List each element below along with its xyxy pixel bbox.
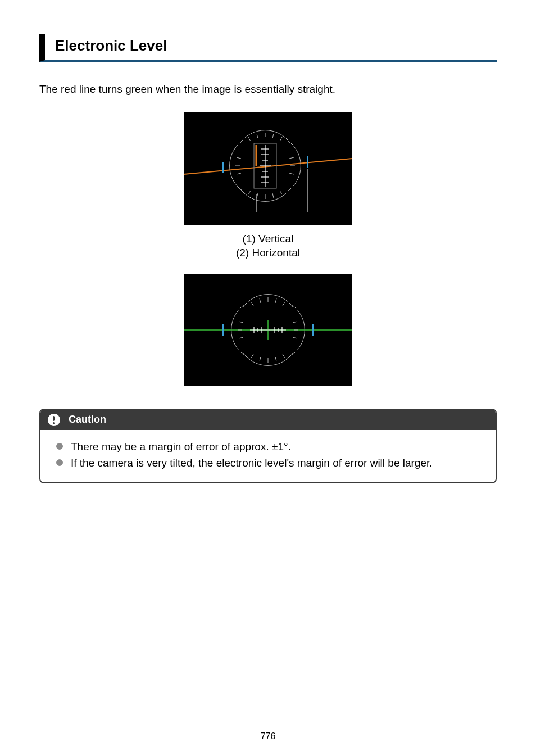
level-gauge-level-svg [184, 274, 352, 386]
svg-line-10 [248, 191, 251, 194]
caution-box: Caution There may be a margin of error o… [39, 409, 497, 483]
svg-line-15 [237, 173, 241, 174]
caution-body: There may be a margin of error of approx… [40, 430, 496, 482]
figure-level [39, 274, 497, 386]
svg-line-7 [280, 137, 282, 141]
svg-line-42 [275, 357, 276, 361]
caution-header: Caution [40, 410, 496, 430]
caution-title: Caution [69, 414, 106, 425]
svg-line-17 [289, 157, 294, 159]
svg-line-6 [272, 134, 274, 138]
figure-tilted: (1) (2) [39, 112, 497, 225]
svg-line-48 [293, 322, 297, 323]
svg-line-18 [289, 173, 294, 174]
page-number: 776 [0, 731, 536, 741]
svg-line-5 [248, 137, 251, 141]
svg-line-0 [184, 159, 352, 174]
caution-item: If the camera is very tilted, the electr… [54, 455, 482, 471]
svg-line-40 [260, 357, 261, 361]
svg-line-14 [237, 157, 241, 159]
intro-text: The red line turns green when the image … [39, 82, 497, 97]
screen-level [184, 274, 352, 386]
svg-line-36 [251, 302, 253, 306]
legend-line-1: (1) Vertical [39, 232, 497, 246]
svg-line-4 [257, 134, 258, 138]
legend-line-2: (2) Horizontal [39, 246, 497, 260]
caution-item: There may be a margin of error of approx… [54, 439, 482, 455]
figure-legend: (1) Vertical (2) Horizontal [39, 232, 497, 260]
svg-line-12 [280, 191, 282, 194]
section-heading-block: Electronic Level [39, 34, 497, 62]
svg-line-38 [283, 302, 285, 306]
svg-line-43 [283, 354, 285, 358]
svg-point-60 [53, 422, 55, 424]
svg-rect-59 [53, 416, 55, 421]
level-gauge-tilted-svg [184, 112, 352, 225]
caution-icon [47, 413, 61, 427]
svg-line-37 [275, 298, 276, 303]
svg-line-49 [293, 337, 297, 338]
svg-line-11 [272, 193, 274, 198]
svg-line-45 [239, 322, 243, 323]
svg-line-41 [251, 354, 253, 358]
section-heading: Electronic Level [55, 37, 497, 55]
svg-line-35 [260, 298, 261, 303]
screen-tilted: (1) (2) [184, 112, 352, 225]
svg-line-46 [239, 337, 243, 338]
